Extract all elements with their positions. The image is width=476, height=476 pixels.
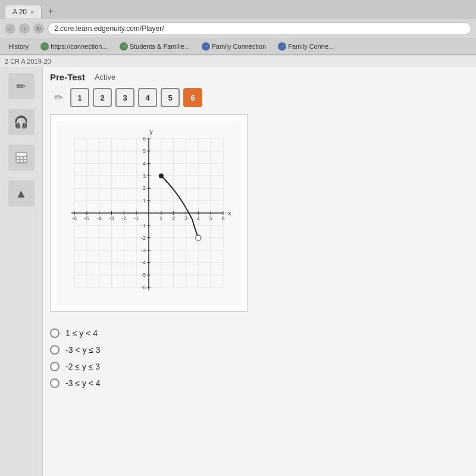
choice-a-text: 1 ≤ y < 4: [65, 328, 98, 338]
question-btn-1[interactable]: 1: [70, 88, 89, 107]
svg-rect-3: [20, 157, 23, 159]
graph-container: [50, 114, 248, 312]
page-content: 2 CR A 2019-20 ✏ 🎧 ▲: [0, 55, 476, 476]
bookmark-icon-2: →: [120, 42, 128, 51]
radio-b[interactable]: [50, 345, 60, 355]
bookmark-family1[interactable]: → Family Connection: [198, 41, 270, 52]
pencil-icon: ✏: [50, 89, 67, 106]
main-area: ✏ 🎧 ▲ Pre-Test Active: [0, 67, 476, 476]
radio-a[interactable]: [50, 328, 60, 338]
question-btn-4[interactable]: 4: [138, 88, 157, 107]
question-numbers: ✏ 1 2 3 4 5 6: [50, 88, 469, 107]
forward-button[interactable]: ›: [19, 23, 30, 34]
choice-c-text: -2 ≤ y ≤ 3: [65, 362, 100, 371]
sidebar: ✏ 🎧 ▲: [0, 67, 43, 476]
choice-d[interactable]: -3 ≤ y < 4: [50, 378, 469, 388]
bookmark-label-3: Students & Familie...: [130, 43, 190, 50]
bookmark-label-4: Family Connection: [212, 43, 266, 50]
svg-rect-4: [24, 157, 26, 159]
bookmark-icon-4: →: [278, 42, 286, 51]
svg-rect-2: [17, 157, 19, 159]
bookmark-icon-3: →: [202, 42, 210, 51]
address-bar: ‹ › ↻: [0, 19, 476, 38]
coordinate-graph: [57, 121, 241, 305]
status-badge: Active: [95, 73, 115, 82]
choice-a[interactable]: 1 ≤ y < 4: [50, 328, 469, 338]
browser-chrome: A 20 × + ‹ › ↻ History → https://connect…: [0, 0, 476, 55]
tab-bar: A 20 × +: [0, 0, 476, 19]
svg-rect-7: [24, 160, 26, 162]
radio-d[interactable]: [50, 378, 60, 388]
choice-b[interactable]: -3 < y ≤ 3: [50, 345, 469, 355]
question-btn-2[interactable]: 2: [93, 88, 112, 107]
tab-label: A 20: [12, 8, 27, 16]
bookmark-history[interactable]: History: [5, 42, 32, 51]
history-label: History: [8, 43, 29, 50]
new-tab-button[interactable]: +: [42, 4, 59, 19]
pretest-label: Pre-Test: [50, 72, 85, 82]
breadcrumb: 2 CR A 2019-20: [0, 55, 476, 67]
bookmark-icon-1: →: [40, 42, 49, 51]
answer-choices: 1 ≤ y < 4 -3 < y ≤ 3 -2 ≤ y ≤ 3 -3 ≤ y <…: [50, 328, 469, 388]
content-area: Pre-Test Active ✏ 1 2 3 4 5 6 1: [43, 67, 476, 476]
headphones-tool[interactable]: 🎧: [8, 109, 35, 135]
svg-rect-1: [17, 153, 26, 156]
bookmarks-bar: History → https://connection... → Studen…: [0, 38, 476, 55]
radio-c[interactable]: [50, 362, 60, 371]
bookmark-family2[interactable]: → Family Conne...: [274, 41, 337, 52]
upload-tool[interactable]: ▲: [8, 180, 35, 206]
choice-d-text: -3 ≤ y < 4: [65, 378, 101, 388]
back-button[interactable]: ‹: [5, 23, 15, 34]
active-tab[interactable]: A 20 ×: [5, 5, 42, 18]
bookmark-label-2: https://connection...: [51, 43, 107, 50]
bookmark-connection[interactable]: → https://connection...: [37, 41, 111, 52]
calculator-tool[interactable]: [8, 145, 35, 171]
svg-rect-5: [17, 160, 19, 162]
tab-close-btn[interactable]: ×: [30, 8, 34, 15]
svg-rect-6: [20, 160, 23, 162]
bookmark-students[interactable]: → Students & Familie...: [116, 41, 194, 52]
question-btn-3[interactable]: 3: [115, 88, 134, 107]
choice-c[interactable]: -2 ≤ y ≤ 3: [50, 362, 469, 371]
question-btn-6[interactable]: 6: [183, 88, 202, 107]
pretest-header: Pre-Test Active: [50, 72, 469, 82]
choice-b-text: -3 < y ≤ 3: [65, 345, 101, 355]
question-btn-5[interactable]: 5: [161, 88, 180, 107]
pencil-tool[interactable]: ✏: [8, 73, 35, 99]
address-input[interactable]: [48, 22, 471, 35]
bookmark-label-5: Family Conne...: [288, 43, 334, 50]
refresh-button[interactable]: ↻: [33, 23, 44, 34]
